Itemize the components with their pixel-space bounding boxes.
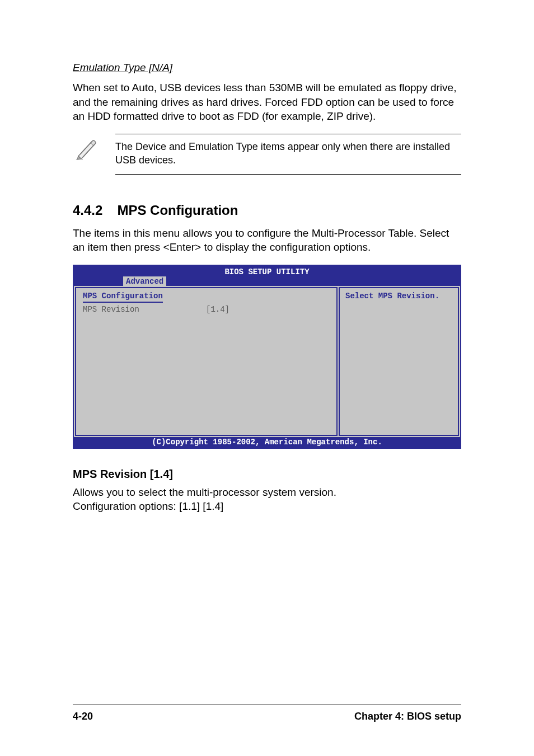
bios-left-title: MPS Configuration bbox=[83, 292, 163, 303]
bios-row-label: MPS Revision bbox=[83, 305, 206, 314]
bios-header-title: BIOS SETUP UTILITY bbox=[74, 267, 460, 276]
bios-header: BIOS SETUP UTILITY Advanced bbox=[74, 266, 460, 286]
emulation-type-heading: Emulation Type [N/A] bbox=[73, 62, 461, 74]
option-text-1: Allows you to select the multi-processor… bbox=[73, 485, 461, 500]
bios-screenshot: BIOS SETUP UTILITY Advanced MPS Configur… bbox=[73, 265, 461, 449]
bios-row-value: [1.4] bbox=[206, 305, 229, 314]
bios-footer: (C)Copyright 1985-2002, American Megatre… bbox=[74, 437, 460, 448]
bios-tabs: Advanced bbox=[123, 276, 166, 286]
bios-left-panel: MPS Configuration MPS Revision [1.4] bbox=[75, 287, 338, 436]
bios-right-panel: Select MPS Revision. bbox=[339, 287, 459, 436]
page-footer: 4-20 Chapter 4: BIOS setup bbox=[73, 705, 461, 722]
chapter-label: Chapter 4: BIOS setup bbox=[354, 711, 461, 722]
page-number: 4-20 bbox=[73, 711, 93, 722]
bios-help-text: Select MPS Revision. bbox=[345, 292, 452, 300]
section-intro: The items in this menu allows you to con… bbox=[73, 226, 461, 255]
bios-body: MPS Configuration MPS Revision [1.4] Sel… bbox=[74, 286, 460, 437]
section-number: 4.4.2 bbox=[73, 203, 102, 218]
emulation-type-body: When set to Auto, USB devices less than … bbox=[73, 81, 461, 124]
bios-row: MPS Revision [1.4] bbox=[83, 305, 330, 314]
note-text: The Device and Emulation Type items appe… bbox=[115, 140, 461, 167]
pencil-icon bbox=[75, 137, 99, 161]
option-text-2: Configuration options: [1.1] [1.4] bbox=[73, 499, 461, 514]
note-callout: The Device and Emulation Type items appe… bbox=[73, 134, 461, 175]
note-text-container: The Device and Emulation Type items appe… bbox=[115, 134, 461, 175]
option-heading: MPS Revision [1.4] bbox=[73, 468, 461, 481]
section-heading: 4.4.2MPS Configuration bbox=[73, 203, 461, 218]
bios-tab-advanced: Advanced bbox=[123, 276, 166, 286]
section-title: MPS Configuration bbox=[117, 203, 238, 218]
